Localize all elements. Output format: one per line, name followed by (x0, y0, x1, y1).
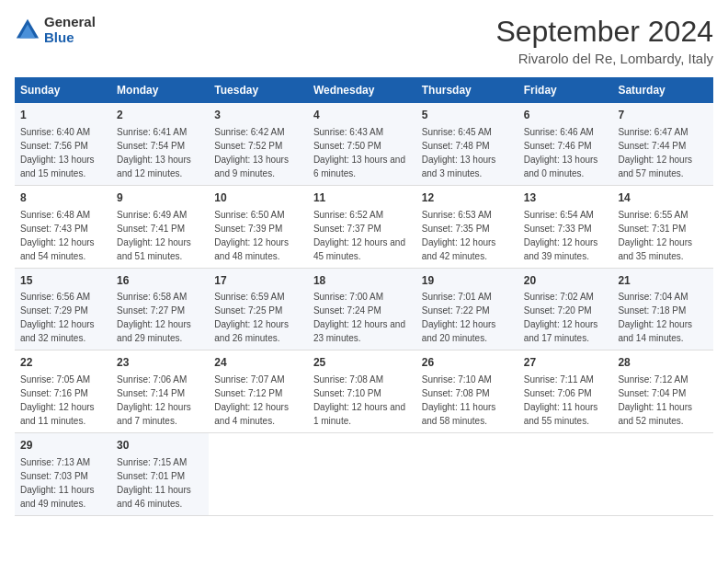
day-number: 11 (313, 190, 411, 206)
sunrise-text: Sunrise: 7:11 AM (524, 374, 594, 385)
header-saturday: Saturday (612, 77, 713, 103)
calendar-body: 1Sunrise: 6:40 AMSunset: 7:56 PMDaylight… (15, 103, 713, 515)
title-section: September 2024 Rivarolo del Re, Lombardy… (495, 15, 713, 66)
daylight-text: Daylight: 12 hours and 17 minutes. (524, 319, 598, 343)
day-number: 13 (524, 190, 608, 206)
sunrise-text: Sunrise: 7:13 AM (20, 457, 90, 467)
logo-icon (15, 17, 40, 43)
page-header: General Blue September 2024 Rivarolo del… (15, 15, 713, 66)
sunset-text: Sunset: 7:43 PM (20, 224, 88, 234)
cell-week4-day5: 27Sunrise: 7:11 AMSunset: 7:06 PMDayligh… (518, 350, 613, 433)
day-number: 8 (20, 190, 106, 206)
sunrise-text: Sunrise: 7:06 AM (117, 374, 187, 385)
day-number: 19 (422, 273, 513, 289)
day-number: 17 (214, 273, 302, 289)
cell-week3-day2: 17Sunrise: 6:59 AMSunset: 7:25 PMDayligh… (209, 268, 308, 350)
cell-week5-day0: 29Sunrise: 7:13 AMSunset: 7:03 PMDayligh… (15, 433, 111, 516)
week-row-3: 15Sunrise: 6:56 AMSunset: 7:29 PMDayligh… (15, 268, 713, 350)
sunset-text: Sunset: 7:25 PM (214, 305, 282, 316)
day-number: 22 (20, 355, 106, 371)
sunrise-text: Sunrise: 6:48 AM (20, 210, 90, 220)
daylight-text: Daylight: 11 hours and 49 minutes. (20, 485, 95, 509)
sunrise-text: Sunrise: 6:50 AM (214, 210, 284, 220)
header-row: Sunday Monday Tuesday Wednesday Thursday… (15, 77, 713, 103)
cell-week2-day6: 14Sunrise: 6:55 AMSunset: 7:31 PMDayligh… (612, 185, 713, 268)
sunset-text: Sunset: 7:33 PM (524, 224, 592, 234)
sunset-text: Sunset: 7:50 PM (313, 141, 381, 151)
day-number: 15 (20, 273, 106, 289)
day-number: 30 (117, 438, 203, 454)
sunrise-text: Sunrise: 7:12 AM (618, 374, 688, 385)
header-sunday: Sunday (15, 77, 111, 103)
day-number: 23 (117, 355, 203, 371)
daylight-text: Daylight: 12 hours and 57 minutes. (618, 155, 692, 178)
sunrise-text: Sunrise: 7:10 AM (422, 374, 492, 385)
cell-week1-day6: 7Sunrise: 6:47 AMSunset: 7:44 PMDaylight… (612, 103, 713, 185)
cell-week3-day0: 15Sunrise: 6:56 AMSunset: 7:29 PMDayligh… (15, 268, 111, 350)
sunrise-text: Sunrise: 6:58 AM (117, 292, 187, 302)
sunrise-text: Sunrise: 6:45 AM (422, 127, 492, 137)
daylight-text: Daylight: 11 hours and 46 minutes. (117, 485, 191, 509)
daylight-text: Daylight: 11 hours and 55 minutes. (524, 402, 598, 426)
cell-week5-day6 (612, 433, 713, 516)
sunrise-text: Sunrise: 7:04 AM (618, 292, 688, 302)
cell-week1-day2: 3Sunrise: 6:42 AMSunset: 7:52 PMDaylight… (209, 103, 308, 185)
calendar-subtitle: Rivarolo del Re, Lombardy, Italy (495, 51, 713, 66)
daylight-text: Daylight: 13 hours and 0 minutes. (524, 155, 598, 178)
daylight-text: Daylight: 11 hours and 52 minutes. (618, 402, 692, 426)
daylight-text: Daylight: 12 hours and 48 minutes. (214, 237, 289, 261)
sunset-text: Sunset: 7:52 PM (214, 141, 282, 151)
sunset-text: Sunset: 7:01 PM (117, 471, 185, 481)
logo-text: General Blue (44, 15, 96, 45)
sunrise-text: Sunrise: 6:55 AM (618, 210, 688, 220)
sunset-text: Sunset: 7:08 PM (422, 388, 490, 398)
sunset-text: Sunset: 7:12 PM (214, 388, 282, 398)
sunset-text: Sunset: 7:56 PM (20, 141, 88, 151)
sunrise-text: Sunrise: 7:00 AM (313, 292, 383, 302)
daylight-text: Daylight: 12 hours and 14 minutes. (618, 319, 692, 343)
cell-week4-day3: 25Sunrise: 7:08 AMSunset: 7:10 PMDayligh… (308, 350, 416, 433)
calendar-table: Sunday Monday Tuesday Wednesday Thursday… (15, 77, 713, 516)
calendar-header: Sunday Monday Tuesday Wednesday Thursday… (15, 77, 713, 103)
daylight-text: Daylight: 12 hours and 35 minutes. (618, 237, 692, 261)
logo-blue-text: Blue (44, 30, 96, 46)
cell-week4-day0: 22Sunrise: 7:05 AMSunset: 7:16 PMDayligh… (15, 350, 111, 433)
daylight-text: Daylight: 13 hours and 9 minutes. (214, 155, 289, 178)
sunset-text: Sunset: 7:48 PM (422, 141, 490, 151)
sunset-text: Sunset: 7:16 PM (20, 388, 88, 398)
week-row-5: 29Sunrise: 7:13 AMSunset: 7:03 PMDayligh… (15, 433, 713, 516)
header-thursday: Thursday (416, 77, 518, 103)
sunrise-text: Sunrise: 6:54 AM (524, 210, 594, 220)
sunset-text: Sunset: 7:24 PM (313, 305, 381, 316)
cell-week2-day0: 8Sunrise: 6:48 AMSunset: 7:43 PMDaylight… (15, 185, 111, 268)
sunset-text: Sunset: 7:41 PM (117, 224, 185, 234)
week-row-4: 22Sunrise: 7:05 AMSunset: 7:16 PMDayligh… (15, 350, 713, 433)
cell-week3-day6: 21Sunrise: 7:04 AMSunset: 7:18 PMDayligh… (612, 268, 713, 350)
daylight-text: Daylight: 12 hours and 29 minutes. (117, 319, 191, 343)
sunrise-text: Sunrise: 6:56 AM (20, 292, 90, 302)
day-number: 21 (618, 273, 708, 289)
sunset-text: Sunset: 7:29 PM (20, 305, 88, 316)
week-row-2: 8Sunrise: 6:48 AMSunset: 7:43 PMDaylight… (15, 185, 713, 268)
sunset-text: Sunset: 7:27 PM (117, 305, 185, 316)
daylight-text: Daylight: 13 hours and 15 minutes. (20, 155, 95, 178)
cell-week2-day3: 11Sunrise: 6:52 AMSunset: 7:37 PMDayligh… (308, 185, 416, 268)
logo: General Blue (15, 15, 96, 45)
week-row-1: 1Sunrise: 6:40 AMSunset: 7:56 PMDaylight… (15, 103, 713, 185)
sunset-text: Sunset: 7:22 PM (422, 305, 490, 316)
day-number: 7 (618, 108, 708, 123)
header-wednesday: Wednesday (308, 77, 416, 103)
daylight-text: Daylight: 12 hours and 32 minutes. (20, 319, 95, 343)
day-number: 3 (214, 108, 302, 123)
cell-week4-day1: 23Sunrise: 7:06 AMSunset: 7:14 PMDayligh… (111, 350, 209, 433)
daylight-text: Daylight: 11 hours and 58 minutes. (422, 402, 496, 426)
daylight-text: Daylight: 12 hours and 4 minutes. (214, 402, 289, 426)
sunrise-text: Sunrise: 6:46 AM (524, 127, 594, 137)
sunset-text: Sunset: 7:39 PM (214, 224, 282, 234)
day-number: 12 (422, 190, 513, 206)
daylight-text: Daylight: 12 hours and 7 minutes. (117, 402, 191, 426)
daylight-text: Daylight: 12 hours and 26 minutes. (214, 319, 289, 343)
cell-week5-day2 (209, 433, 308, 516)
sunrise-text: Sunrise: 7:07 AM (214, 374, 284, 385)
sunrise-text: Sunrise: 6:40 AM (20, 127, 90, 137)
